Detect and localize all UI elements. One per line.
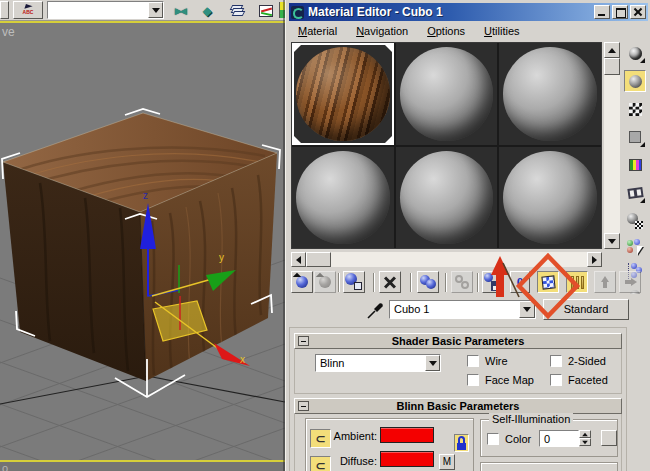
make-preview-button[interactable] — [624, 182, 646, 204]
gray-material-sphere — [400, 151, 494, 245]
up-arrow-icon — [599, 276, 611, 289]
viewport-perspective[interactable]: ve — [0, 21, 285, 462]
self-illumination-value-field[interactable]: 0 — [539, 430, 579, 447]
self-illumination-map-button[interactable] — [601, 430, 617, 446]
shader-type-dropdown[interactable]: Blinn — [315, 354, 441, 372]
window-title: Material Editor - Cubo 1 — [308, 5, 592, 19]
backlight-button[interactable] — [624, 70, 646, 92]
scroll-up-button[interactable] — [604, 42, 620, 58]
slots-vertical-scrollbar[interactable] — [604, 42, 620, 249]
wood-material-sphere — [296, 47, 390, 141]
dropdown-arrow-icon[interactable] — [519, 301, 535, 318]
viewport-secondary-strip[interactable]: o — [0, 462, 285, 471]
align-button[interactable]: ◆ — [196, 2, 218, 19]
dropdown-arrow-icon[interactable] — [425, 355, 440, 371]
diffuse-map-button[interactable]: M — [439, 454, 455, 470]
slots-horizontal-scrollbar[interactable] — [291, 252, 602, 267]
scroll-right-button[interactable] — [587, 252, 602, 267]
screen: ABC ▶◀ ◆ ve — [0, 0, 650, 471]
align-icon: ◆ — [202, 4, 211, 18]
sample-type-button[interactable] — [624, 42, 646, 64]
axis-z-label: z — [143, 190, 148, 201]
toolbar-partial-button[interactable] — [0, 1, 9, 19]
vertical-scroll-thumb[interactable] — [604, 58, 620, 75]
select-by-material-button[interactable] — [624, 236, 646, 258]
titlebar[interactable]: Material Editor - Cubo 1 — [289, 3, 648, 21]
diffuse-specular-lock-button[interactable]: ⊂ — [310, 456, 331, 471]
two-sided-checkbox[interactable] — [550, 355, 562, 367]
assign-material-to-selection-button[interactable] — [343, 271, 365, 293]
background-button[interactable] — [624, 98, 646, 120]
close-button[interactable] — [630, 5, 646, 19]
blinn-rollout-body: ⊂ ⊂ Ambient: Diffuse: M Self-Illuminatio… — [294, 414, 622, 471]
self-illumination-color-checkbox[interactable] — [487, 433, 499, 445]
ambient-label: Ambient: — [333, 430, 377, 442]
show-map-in-viewport-button[interactable] — [537, 271, 559, 293]
gray-material-sphere — [503, 151, 597, 245]
horizontal-scroll-thumb[interactable] — [306, 252, 331, 267]
diffuse-color-swatch[interactable] — [380, 451, 434, 467]
mirror-button[interactable]: ▶◀ — [169, 2, 191, 19]
scroll-down-button[interactable] — [604, 233, 620, 249]
material-name-dropdown[interactable]: Cubo 1 — [389, 300, 536, 319]
faceted-label: Faceted — [568, 374, 608, 386]
sample-slot-3[interactable] — [499, 43, 601, 145]
make-material-copy-button[interactable] — [417, 271, 439, 293]
dropdown-arrow-icon[interactable] — [148, 2, 163, 18]
shader-rollout-header[interactable]: Shader Basic Parameters — [294, 333, 622, 349]
ambient-diffuse-padlock[interactable] — [454, 434, 469, 452]
face-map-checkbox[interactable] — [467, 374, 479, 386]
collapse-icon[interactable] — [298, 401, 309, 411]
textured-cube[interactable] — [3, 113, 277, 381]
face-map-label: Face Map — [485, 374, 534, 386]
maximize-button[interactable] — [612, 5, 628, 19]
collapse-icon[interactable] — [298, 336, 309, 346]
sample-uv-tiling-button[interactable] — [624, 126, 646, 148]
flyout-icon — [640, 142, 645, 147]
material-editor-app-icon — [291, 6, 304, 19]
sample-slot-2[interactable] — [396, 43, 498, 145]
make-unique-button[interactable] — [451, 271, 473, 293]
curve-editor-button[interactable] — [255, 2, 277, 19]
ambient-color-swatch[interactable] — [380, 427, 434, 443]
cube-icon — [354, 282, 362, 290]
viewport-label[interactable]: ve — [2, 25, 15, 39]
go-forward-to-sibling-button[interactable] — [619, 271, 641, 293]
material-id-channel-button[interactable]: 0 — [510, 271, 530, 293]
go-to-parent-button[interactable] — [594, 271, 616, 293]
blinn-rollout-header[interactable]: Blinn Basic Parameters — [294, 398, 622, 414]
material-editor-options-button[interactable] — [624, 210, 646, 232]
faceted-checkbox[interactable] — [550, 374, 562, 386]
right-toolbar — [623, 42, 649, 294]
spinner-up-button[interactable] — [579, 430, 591, 438]
material-type-button[interactable]: Standard — [543, 299, 629, 320]
get-material-button[interactable] — [291, 271, 313, 293]
sample-slots — [291, 42, 602, 249]
video-color-check-button[interactable] — [624, 154, 646, 176]
sample-slot-5[interactable] — [396, 147, 498, 249]
menu-material[interactable]: Material — [298, 25, 337, 37]
named-selection-dropdown[interactable] — [47, 1, 164, 19]
show-end-result-button[interactable] — [566, 271, 588, 293]
minimize-button[interactable] — [594, 5, 610, 19]
sample-slot-6[interactable] — [499, 147, 601, 249]
flyout-icon — [640, 198, 645, 203]
checker-cube-icon — [541, 275, 555, 289]
cylinder-icon — [571, 276, 584, 289]
ambient-diffuse-lock-button[interactable]: ⊂ — [310, 429, 331, 448]
select-object-button[interactable]: ABC — [13, 1, 43, 19]
layer-manager-button[interactable] — [226, 2, 248, 19]
disk-icon — [491, 281, 502, 291]
reset-map-mtl-button[interactable] — [379, 271, 401, 293]
wire-checkbox[interactable] — [467, 355, 479, 367]
menu-navigation[interactable]: Navigation — [356, 25, 408, 37]
menu-utilities[interactable]: Utilities — [484, 25, 519, 37]
pick-material-eyedropper-button[interactable] — [366, 300, 386, 320]
spinner-down-button[interactable] — [579, 438, 591, 446]
put-material-to-scene-button[interactable] — [314, 271, 336, 293]
sample-slot-4[interactable] — [292, 147, 394, 249]
menu-options[interactable]: Options — [427, 25, 465, 37]
put-to-library-button[interactable] — [482, 271, 504, 293]
scroll-left-button[interactable] — [291, 252, 306, 267]
sample-slot-1-active[interactable] — [292, 43, 394, 145]
